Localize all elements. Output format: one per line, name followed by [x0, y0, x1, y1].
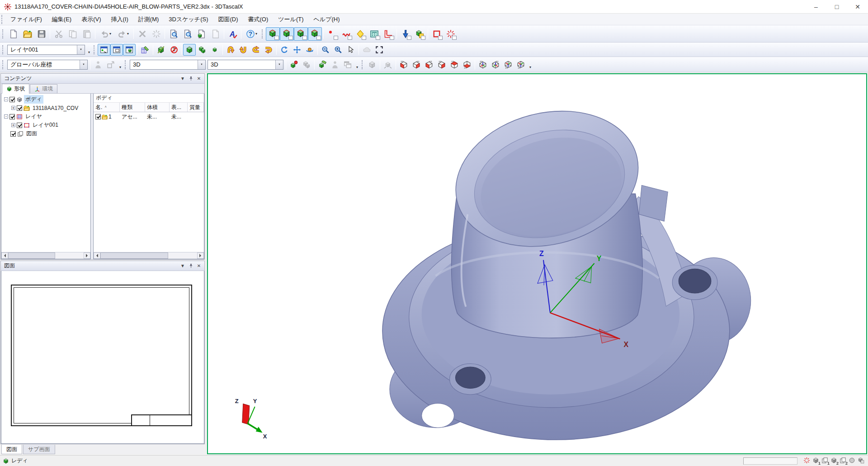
menu-grip[interactable] [1, 15, 4, 24]
tree-expander-icon[interactable]: + [11, 106, 15, 110]
print-preview-button[interactable] [180, 27, 194, 41]
dimension-tool-button[interactable] [381, 27, 395, 41]
delete-button[interactable] [135, 27, 149, 41]
menu-item-1[interactable]: ファイル(F) [5, 14, 47, 25]
rectangle-tool-button[interactable] [429, 27, 443, 41]
view-iso-se-button[interactable] [476, 59, 489, 71]
regenerate-button[interactable] [149, 27, 163, 41]
cut-button[interactable] [52, 27, 66, 41]
tree-item-layer001[interactable]: +レイヤ001 [2, 121, 90, 129]
rotate-down-button[interactable] [224, 44, 237, 56]
sheet-count-1-icon[interactable]: 1 [821, 457, 829, 465]
body-document-button[interactable] [194, 27, 208, 41]
body-reference-button[interactable] [366, 59, 378, 71]
viewport-layout-blank-button[interactable] [110, 44, 123, 56]
drawing-preview-canvas[interactable] [1, 271, 204, 444]
toolbar-grip[interactable] [362, 60, 364, 69]
tree-expander-icon[interactable]: + [11, 123, 15, 127]
fit-view-button[interactable] [373, 44, 386, 56]
tree-checkbox[interactable] [9, 114, 15, 119]
layer-toolbar-overflow[interactable] [86, 44, 92, 55]
view-iso-nw-button[interactable] [514, 59, 527, 71]
view-front-button[interactable] [397, 59, 410, 71]
transform-button[interactable] [104, 59, 117, 71]
display-shaded-button[interactable] [183, 44, 196, 56]
column-header-4[interactable]: 表... [170, 103, 188, 112]
create-point-body-button[interactable] [288, 59, 300, 71]
maximize-button[interactable]: □ [826, 0, 847, 14]
tree-checkbox[interactable] [10, 131, 16, 137]
tree-scroll-right-button[interactable] [84, 252, 90, 259]
walkthrough-button[interactable] [360, 44, 373, 56]
marker-tool-button[interactable] [443, 27, 458, 41]
layer-combo[interactable]: レイヤ001 [7, 45, 85, 55]
surface-tool-button[interactable] [353, 27, 367, 41]
view-refresh-button[interactable] [278, 44, 291, 56]
tab-shape[interactable]: 形状 [2, 84, 29, 94]
body-row-1[interactable]: 1アセ...未...未... [94, 112, 204, 121]
curve-tool-button[interactable] [339, 27, 353, 41]
save-file-button[interactable] [34, 27, 48, 41]
toolbar-grip[interactable] [2, 45, 5, 54]
erase-body-button[interactable] [316, 59, 329, 71]
view-right-button[interactable] [435, 59, 448, 71]
list-scroll-track[interactable] [100, 252, 197, 259]
snap-indicator-icon[interactable] [803, 457, 811, 465]
point-tool-button[interactable] [325, 27, 339, 41]
redo-button[interactable]: ▾ [114, 27, 132, 41]
viewport-layout-tree-button[interactable] [98, 44, 110, 56]
coordinate-system-combo-dropdown-icon[interactable] [80, 60, 87, 69]
edit-toolbar-overflow[interactable] [354, 59, 360, 70]
zoom-in-button[interactable] [332, 44, 344, 56]
menu-item-6[interactable]: 3Dスケッチ(S) [164, 14, 213, 25]
menu-item-9[interactable]: ツール(T) [273, 14, 308, 25]
menu-item-2[interactable]: 編集(E) [47, 14, 76, 25]
panel-close-icon[interactable]: ✕ [195, 75, 203, 82]
open-file-button[interactable] [20, 27, 34, 41]
tab-environment[interactable]: 環境 [30, 84, 57, 93]
font-button[interactable] [226, 27, 240, 41]
zoom-document-button[interactable] [166, 27, 180, 41]
rotate-up-button[interactable] [237, 44, 250, 56]
coordinate-system-combo[interactable]: グローバル座標 [7, 60, 88, 70]
undo-button[interactable]: ▾ [97, 27, 114, 41]
window-pair-button[interactable] [341, 59, 354, 71]
annotation-tool-button[interactable] [398, 27, 412, 41]
view-bottom-button[interactable] [461, 59, 473, 71]
tree-expander-icon[interactable]: - [4, 114, 8, 119]
view-iso-ne-button[interactable] [502, 59, 514, 71]
display-multi-body-button[interactable] [196, 44, 208, 56]
list-scroll-thumb[interactable] [100, 252, 168, 259]
minimize-button[interactable]: – [806, 0, 826, 14]
measure-robot-button[interactable] [92, 59, 104, 71]
list-scroll-left-button[interactable] [94, 252, 100, 259]
body-transfer-button[interactable] [382, 59, 394, 71]
drawing-panel-pin-icon[interactable] [187, 262, 194, 270]
tree-checkbox[interactable] [17, 123, 22, 128]
copy-button[interactable] [66, 27, 80, 41]
sketch-mode-combo-dropdown-icon[interactable] [198, 60, 205, 69]
view-back-button[interactable] [410, 59, 423, 71]
viewport-layout-model-button[interactable] [123, 44, 136, 56]
document-info-button[interactable] [208, 27, 222, 41]
menu-item-7[interactable]: 図面(D) [213, 14, 243, 25]
column-header-5[interactable]: 質量 [188, 103, 204, 112]
select-edge-filter-button[interactable] [294, 27, 308, 41]
measure-tool-button[interactable] [367, 27, 381, 41]
menu-item-8[interactable]: 書式(O) [243, 14, 274, 25]
body-mode-icon[interactable] [858, 457, 865, 465]
3d-canvas[interactable]: Z Y X Z Y X [208, 74, 866, 453]
help-button[interactable]: ▾ [243, 27, 260, 41]
rotate-right-button[interactable] [250, 44, 262, 56]
hide-body-button[interactable] [155, 44, 167, 56]
column-header-3[interactable]: 体積 [145, 103, 170, 112]
display-compact-button[interactable] [208, 44, 221, 56]
list-scroll-right-button[interactable] [197, 252, 204, 259]
view-orbit-button[interactable] [303, 44, 316, 56]
tree-item-assembly[interactable]: +13118AA170_COV [2, 104, 90, 112]
toolbar-grip[interactable] [2, 60, 5, 69]
drawing-panel-close-icon[interactable]: ✕ [195, 262, 203, 270]
solid-tool-button[interactable] [412, 27, 426, 41]
solid-count-1-icon[interactable]: 1 [812, 457, 820, 465]
row-checkbox[interactable] [95, 114, 101, 119]
